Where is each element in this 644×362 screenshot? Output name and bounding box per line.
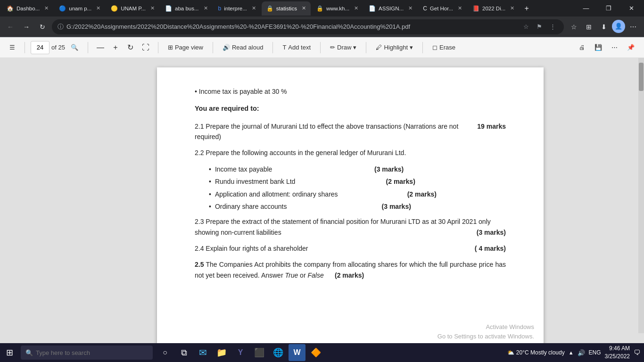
refresh-button[interactable]: ↻ bbox=[36, 20, 49, 33]
taskbar-cortana-icon[interactable]: ○ bbox=[157, 344, 173, 361]
tab-close-unam2[interactable]: ✕ bbox=[150, 5, 155, 11]
pdf-q22-item-2-label: Rundu investment bank Ltd bbox=[209, 176, 295, 187]
taskbar-word-icon[interactable]: W bbox=[289, 344, 305, 361]
tab-close-www[interactable]: ✕ bbox=[354, 5, 358, 11]
tab-label-unam1: unam p... bbox=[69, 6, 91, 11]
toolbar-separator-2 bbox=[88, 42, 88, 53]
fit-button[interactable]: ⛶ bbox=[139, 41, 152, 54]
taskbar-mail-icon[interactable]: ✉ bbox=[194, 344, 211, 361]
weather-widget[interactable]: ⛅ 20°C Mostly cloudy bbox=[507, 349, 565, 356]
download-button[interactable]: ⬇ bbox=[597, 20, 611, 34]
profile-button[interactable]: 👤 bbox=[612, 20, 625, 33]
highlight-button[interactable]: 🖊 Highlight ▾ bbox=[372, 40, 417, 55]
tab-favicon-assign: 📄 bbox=[369, 5, 376, 12]
taskbar-vlc-icon[interactable]: 🔶 bbox=[307, 344, 324, 361]
forward-button[interactable]: → bbox=[20, 20, 33, 33]
more-options-button[interactable]: ⋯ bbox=[608, 40, 621, 55]
pin-button[interactable]: 📌 bbox=[623, 40, 638, 55]
url-bar[interactable]: ⓘ G:/2022%20Assignments/2022%20Distance%… bbox=[52, 19, 564, 34]
tab-close-unam1[interactable]: ✕ bbox=[96, 5, 100, 11]
taskbar-search-bar[interactable]: 🔍 bbox=[21, 346, 153, 360]
tab-close-dashboard[interactable]: ✕ bbox=[44, 5, 49, 11]
page-view-button[interactable]: ⊞ Page view bbox=[164, 40, 207, 55]
rotate-button[interactable]: ↻ bbox=[124, 41, 137, 54]
language-indicator[interactable]: ENG bbox=[589, 349, 601, 356]
tab-close-gethor[interactable]: ✕ bbox=[458, 5, 462, 11]
tab-unam2[interactable]: 🟡 UNAM P... ✕ bbox=[106, 1, 159, 16]
tab-dashboard[interactable]: 🏠 Dashbo... ✕ bbox=[2, 1, 53, 16]
tab-2022d[interactable]: 📕 2022 Di... ✕ bbox=[468, 1, 519, 16]
tab-favicon-interpre: b bbox=[218, 5, 222, 12]
pdf-q22-item-3: Application and allotment: ordinary shar… bbox=[195, 189, 506, 199]
minimize-button[interactable]: — bbox=[575, 0, 597, 16]
save-icon: 💾 bbox=[594, 44, 602, 51]
tab-www[interactable]: 🔒 www.kh... ✕ bbox=[312, 1, 363, 16]
search-button[interactable]: 🔍 bbox=[67, 40, 82, 55]
pin-icon: 📌 bbox=[627, 44, 635, 51]
maximize-button[interactable]: ❐ bbox=[598, 0, 619, 16]
taskbar-search-input[interactable] bbox=[36, 349, 148, 356]
weather-icon: ⛅ bbox=[507, 349, 514, 356]
taskbar-yammer-icon[interactable]: Y bbox=[232, 344, 249, 361]
zoom-out-button[interactable]: — bbox=[94, 41, 107, 54]
tab-label-2022d: 2022 Di... bbox=[482, 6, 505, 11]
taskbar-taskview-icon[interactable]: ⧉ bbox=[175, 344, 192, 361]
tab-statistics[interactable]: 🔒 statistics ✕ bbox=[262, 1, 311, 16]
clock-date: 3/25/2022 bbox=[605, 353, 630, 361]
start-button[interactable]: ⊞ bbox=[0, 343, 19, 362]
tab-label-statistics: statistics bbox=[276, 6, 297, 11]
pdf-scrollbar[interactable] bbox=[638, 58, 644, 333]
read-aloud-button[interactable]: 🔊 Read aloud bbox=[219, 40, 267, 55]
watermark-line1: Activate Windows bbox=[438, 322, 534, 332]
add-text-button[interactable]: T Add text bbox=[279, 40, 314, 55]
sidebar-toggle-button[interactable]: ☰ bbox=[6, 40, 19, 55]
tab-interpre[interactable]: b interpre... ✕ bbox=[214, 1, 261, 16]
draw-button[interactable]: ✏ Draw ▾ bbox=[326, 40, 360, 55]
new-tab-button[interactable]: + bbox=[520, 2, 533, 15]
pdf-bullet-intro: • Income tax is payable at 30 % bbox=[195, 86, 506, 97]
save-button[interactable]: 💾 bbox=[591, 40, 606, 55]
taskbar-office-icon[interactable]: ⬛ bbox=[251, 344, 268, 361]
tab-ababus[interactable]: 📄 aba bus... ✕ bbox=[160, 1, 213, 16]
clock-time: 9:46 AM bbox=[605, 345, 630, 353]
page-number-input[interactable] bbox=[31, 41, 50, 54]
pdf-nav-group: ☰ bbox=[6, 40, 19, 55]
settings-button[interactable]: ⋯ bbox=[626, 20, 640, 34]
tab-close-2022d[interactable]: ✕ bbox=[510, 5, 514, 11]
notification-icon[interactable]: 🗨 bbox=[634, 349, 640, 356]
tab-close-ababus[interactable]: ✕ bbox=[204, 5, 208, 11]
taskbar-files-icon[interactable]: 📁 bbox=[213, 344, 230, 361]
draw-icon: ✏ bbox=[330, 44, 335, 51]
tab-unam1[interactable]: 🔵 unam p... ✕ bbox=[54, 1, 105, 16]
pdf-q22-item-4-marks: (3 marks) bbox=[382, 201, 411, 212]
tab-close-statistics[interactable]: ✕ bbox=[302, 5, 306, 11]
tab-assign[interactable]: 📄 ASSIGN... ✕ bbox=[364, 1, 417, 16]
pdf-q21-marks: 19 marks bbox=[477, 121, 506, 132]
pdf-zoom-group: — + ↻ ⛶ bbox=[94, 41, 152, 54]
tab-close-assign[interactable]: ✕ bbox=[408, 5, 413, 11]
window-controls: — ❐ ✕ bbox=[575, 0, 642, 16]
tab-gethor[interactable]: C Get Hor... ✕ bbox=[418, 1, 467, 16]
pdf-page: • Income tax is payable at 30 % You are … bbox=[157, 67, 544, 343]
pdf-q21: 19 marks 2.1 Prepare the journal of Muru… bbox=[195, 121, 506, 142]
tab-favicon-unam1: 🔵 bbox=[59, 5, 66, 12]
print-button[interactable]: 🖨 bbox=[575, 40, 589, 55]
pdf-q22-item-2-marks: (2 marks) bbox=[386, 176, 415, 187]
pdf-q24-text: 2.4 Explain four rights of a shareholder bbox=[195, 245, 308, 252]
collections-button[interactable]: ⊞ bbox=[582, 20, 596, 34]
erase-button[interactable]: ◻ Erase bbox=[429, 40, 459, 55]
url-share-icon[interactable]: ⋮ bbox=[547, 21, 558, 33]
volume-icon[interactable]: 🔊 bbox=[578, 349, 585, 356]
url-star-icon[interactable]: ☆ bbox=[520, 21, 532, 33]
favorites-button[interactable]: ☆ bbox=[567, 20, 581, 34]
print-icon: 🖨 bbox=[579, 44, 585, 51]
pdf-scrollbar-thumb[interactable] bbox=[639, 63, 644, 91]
back-button[interactable]: ← bbox=[4, 20, 17, 33]
tab-favicon-ababus: 📄 bbox=[165, 5, 172, 12]
taskbar: ⊞ 🔍 ○ ⧉ ✉ 📁 Y ⬛ 🌐 W 🔶 ⛅ 20°C Mostly clou… bbox=[0, 343, 644, 362]
zoom-in-button[interactable]: + bbox=[109, 41, 122, 54]
close-button[interactable]: ✕ bbox=[620, 0, 642, 16]
taskbar-edge-icon[interactable]: 🌐 bbox=[270, 344, 287, 361]
url-collections-icon[interactable]: ⚑ bbox=[534, 21, 545, 33]
tab-close-interpre[interactable]: ✕ bbox=[252, 5, 256, 11]
